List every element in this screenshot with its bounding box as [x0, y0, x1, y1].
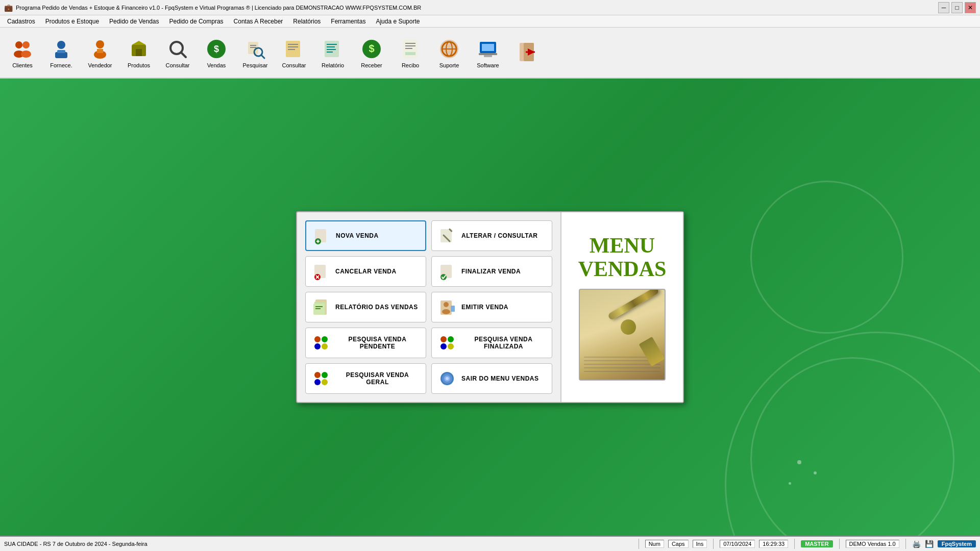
suporte-btn[interactable]: Suporte: [431, 30, 468, 75]
app-icon: 💼: [4, 4, 13, 12]
fornecedores-btn[interactable]: Fornece.: [43, 30, 80, 75]
svg-point-80: [314, 372, 321, 378]
svg-rect-12: [136, 49, 142, 56]
software-label: Software: [477, 62, 499, 68]
status-num: Num: [645, 540, 664, 548]
vendedor-btn[interactable]: Vendedor: [82, 30, 118, 75]
consultar2-icon: [282, 37, 306, 61]
recibo-btn[interactable]: Recibo: [392, 30, 429, 75]
pesquisa-finalizada-label: PESQUISA VENDA FINALIZADA: [461, 336, 546, 350]
status-time: 16:29:33: [759, 540, 788, 548]
svg-rect-19: [250, 47, 256, 48]
cancelar-venda-icon: [312, 262, 330, 281]
software-btn[interactable]: Software: [470, 30, 506, 75]
svg-rect-67: [315, 308, 321, 309]
nova-venda-label: NOVA VENDA: [336, 232, 379, 239]
titlebar-controls[interactable]: ─ □ ✕: [938, 2, 976, 13]
relatorio-label: Relatório: [322, 62, 344, 68]
maximize-button[interactable]: □: [951, 2, 963, 13]
vendedor-icon: [88, 37, 112, 61]
svg-rect-35: [405, 45, 415, 46]
suporte-label: Suporte: [439, 62, 459, 68]
statusbar: SUA CIDADE - RS 7 de Outubro de 2024 - S…: [0, 536, 980, 551]
menu-image: [579, 289, 666, 381]
svg-rect-23: [288, 44, 298, 45]
produtos-icon: [127, 37, 151, 61]
svg-point-79: [448, 343, 454, 349]
titlebar-left: 💼 Programa Pedido de Vendas + Estoque & …: [4, 4, 421, 12]
main-background: NOVA VENDA ALTERAR / CONSULTAR: [0, 79, 980, 536]
svg-line-21: [261, 55, 264, 58]
status-demo: DEMO Vendas 1.0: [846, 540, 899, 548]
pesquisar-geral-btn[interactable]: PESQUISAR VENDA GERAL: [305, 363, 426, 394]
status-caps: Caps: [668, 540, 689, 548]
menu-ferramentas[interactable]: Ferramentas: [326, 16, 371, 27]
alterar-consultar-btn[interactable]: ALTERAR / CONSULTAR: [431, 220, 552, 251]
pesquisa-finalizada-btn[interactable]: PESQUISA VENDA FINALIZADA: [431, 328, 552, 358]
svg-rect-29: [327, 49, 336, 50]
menu-vendas-title: MENU VENDAS: [578, 234, 667, 281]
software-icon: [476, 37, 500, 61]
menu-pedido-vendas[interactable]: Pedido de Vendas: [104, 16, 164, 27]
clientes-btn[interactable]: Clientes: [4, 30, 41, 75]
pesquisar-label: Pesquisar: [243, 62, 268, 68]
suporte-icon: [437, 37, 461, 61]
svg-point-62: [440, 274, 447, 280]
fornecedores-icon: [49, 37, 74, 61]
consultar2-btn[interactable]: Consultar: [276, 30, 312, 75]
nova-venda-btn[interactable]: NOVA VENDA: [305, 220, 426, 251]
svg-point-73: [322, 336, 328, 342]
toolbar: Clientes Fornece. Vendedor: [0, 28, 980, 79]
receber-label: Receber: [361, 62, 382, 68]
relatorio-btn[interactable]: Relatório: [314, 30, 351, 75]
svg-point-82: [314, 379, 321, 385]
produtos-btn[interactable]: Produtos: [120, 30, 157, 75]
close-button[interactable]: ✕: [965, 2, 976, 13]
cancelar-venda-btn[interactable]: CANCELAR VENDA: [305, 256, 426, 287]
cancelar-venda-label: CANCELAR VENDA: [335, 268, 397, 275]
pesquisa-pendente-icon: [312, 334, 330, 352]
svg-rect-34: [405, 43, 415, 44]
vendas-icon: $: [204, 37, 229, 61]
relatorio-vendas-btn[interactable]: RELATÓRIO DAS VENDAS: [305, 292, 426, 322]
sep3: [794, 539, 795, 549]
relatorio-icon: [321, 37, 345, 61]
svg-rect-37: [405, 52, 415, 55]
consultar-label: Consultar: [165, 62, 189, 68]
emitir-venda-icon: [438, 298, 456, 316]
pesquisar-btn[interactable]: Pesquisar: [237, 30, 274, 75]
svg-rect-36: [405, 48, 412, 49]
minimize-button[interactable]: ─: [938, 2, 949, 13]
alterar-consultar-label: ALTERAR / CONSULTAR: [461, 232, 538, 239]
menu-contas-receber[interactable]: Contas A Receber: [229, 16, 288, 27]
svg-text:$: $: [214, 44, 219, 54]
consultar-btn[interactable]: Consultar: [159, 30, 196, 75]
exit-btn[interactable]: [508, 30, 545, 75]
svg-text:$: $: [369, 43, 374, 54]
recibo-label: Recibo: [402, 62, 419, 68]
pesquisa-pendente-btn[interactable]: PESQUISA VENDA PENDENTE: [305, 328, 426, 358]
svg-point-4: [57, 41, 65, 49]
receber-btn[interactable]: $ Receber: [353, 30, 390, 75]
status-city: SUA CIDADE - RS 7 de Outubro de 2024 - S…: [4, 541, 632, 547]
recibo-icon: [398, 37, 423, 61]
svg-line-14: [181, 53, 186, 57]
svg-point-69: [444, 302, 449, 307]
sep5: [905, 539, 906, 549]
pesquisar-geral-label: PESQUISAR VENDA GERAL: [335, 371, 420, 386]
menu-cadastros[interactable]: Cadastros: [2, 16, 40, 27]
svg-rect-28: [327, 46, 335, 47]
menu-produtos-estoque[interactable]: Produtos e Estoque: [40, 16, 104, 27]
finalizar-venda-btn[interactable]: FINALIZAR VENDA: [431, 256, 552, 287]
sep4: [839, 539, 840, 549]
vendas-btn[interactable]: $ Vendas: [198, 30, 235, 75]
emitir-venda-btn[interactable]: EMITIR VENDA: [431, 292, 552, 322]
svg-point-78: [440, 343, 447, 349]
receber-icon: $: [359, 37, 384, 61]
menu-pedido-compras[interactable]: Pedido de Compras: [164, 16, 229, 27]
sep1: [639, 539, 639, 549]
menu-relatorios[interactable]: Relatórios: [288, 16, 326, 27]
sair-menu-btn[interactable]: SAIR DO MENU VENDAS: [431, 363, 552, 394]
pesquisa-finalizada-icon: [438, 334, 456, 352]
menu-ajuda-suporte[interactable]: Ajuda e Suporte: [371, 16, 425, 27]
